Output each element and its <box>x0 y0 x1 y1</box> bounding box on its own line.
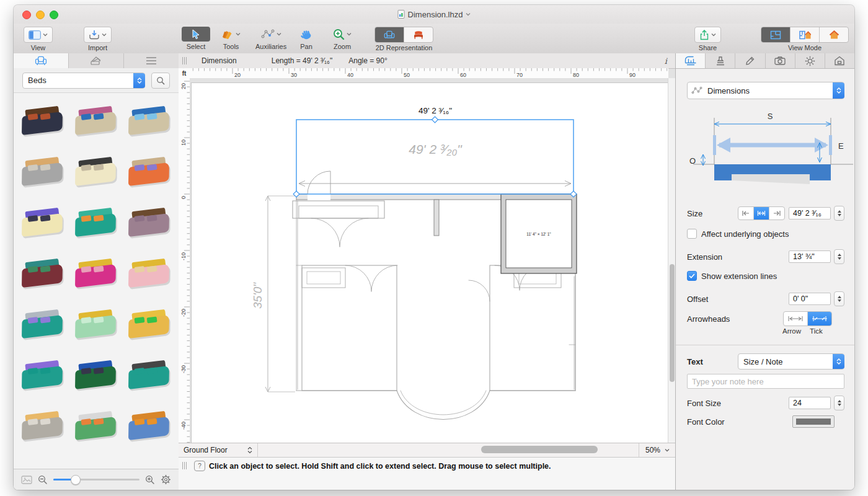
tab-notes[interactable] <box>735 53 765 68</box>
inspector-selector[interactable]: Dimensions <box>687 82 844 99</box>
armchair-icon <box>35 56 47 66</box>
arrowhead-arrow-label: Arrow <box>782 327 801 335</box>
bed-thumbnail[interactable] <box>126 410 172 445</box>
auxiliaries-button[interactable]: Auxiliaries <box>255 27 286 50</box>
bed-thumbnail[interactable] <box>20 258 66 293</box>
floor-selector[interactable]: Ground Floor <box>179 443 258 457</box>
tools-button[interactable]: Tools <box>217 27 245 50</box>
anchor-right-button[interactable] <box>769 207 784 219</box>
size-stepper[interactable] <box>834 206 844 221</box>
svg-text:60: 60 <box>460 72 466 78</box>
font-size-stepper[interactable] <box>834 396 844 410</box>
tab-materials[interactable] <box>706 53 735 68</box>
show-extension-checkbox[interactable] <box>687 271 697 281</box>
tab-light[interactable] <box>795 53 825 68</box>
category-select[interactable]: Beds <box>22 73 145 89</box>
tab-object-properties[interactable] <box>676 53 706 68</box>
tab-camera[interactable] <box>766 53 795 68</box>
bed-thumbnail[interactable] <box>126 360 172 394</box>
representation-3d-segment[interactable] <box>404 27 433 42</box>
zoom-out-icon[interactable] <box>38 475 48 485</box>
bed-thumbnail[interactable] <box>20 360 66 394</box>
size-field[interactable]: 49' 2 ³⁄₁₆ <box>789 207 831 219</box>
plan-viewport[interactable]: 11' 4" × 12' 1" 35'0" 49' 2 ³⁄₂₀" <box>190 78 668 443</box>
bed-thumbnail[interactable] <box>20 309 66 343</box>
chair-3d-icon <box>413 30 424 40</box>
dimension-diagram: S E O <box>676 104 854 197</box>
view-mode-2d-segment[interactable] <box>761 27 790 42</box>
view-mode-3d-segment[interactable] <box>820 27 848 42</box>
tab-furniture-library[interactable] <box>14 53 69 68</box>
font-size-field[interactable]: 24 <box>789 397 831 409</box>
bed-thumbnail[interactable] <box>73 410 119 445</box>
zoom-tool-button[interactable]: Zoom <box>329 27 356 50</box>
arrowhead-arrow-button[interactable] <box>784 312 808 326</box>
offset-field[interactable]: 0' 0" <box>789 293 831 305</box>
font-color-well[interactable] <box>792 415 835 428</box>
help-icon[interactable]: ? <box>194 461 205 471</box>
thumbnail-size-slider[interactable] <box>53 479 140 480</box>
note-input[interactable] <box>687 374 844 389</box>
tab-building[interactable] <box>825 53 854 68</box>
top-right-room[interactable]: 11' 4" × 12' 1" <box>501 194 577 273</box>
bed-thumbnail[interactable] <box>20 207 66 242</box>
affect-underlying-label: Affect underlying objects <box>701 229 789 239</box>
import-button[interactable]: Import <box>84 27 112 51</box>
titlebar: Dimension.lhzd <box>14 5 854 24</box>
floor-stepper-icon[interactable] <box>247 446 252 454</box>
horizontal-scrollbar[interactable] <box>258 443 639 457</box>
arrowhead-tick-button[interactable] <box>808 312 831 326</box>
anchor-both-button[interactable] <box>754 207 769 219</box>
title-chevron-icon[interactable] <box>466 12 471 16</box>
pencil-icon <box>745 56 755 66</box>
horizontal-scrollbar-thumb[interactable] <box>481 446 598 453</box>
view-mode-split-segment[interactable] <box>790 27 820 42</box>
bed-thumbnail[interactable] <box>20 156 66 191</box>
infobar-grip[interactable] <box>182 57 187 64</box>
library-footer <box>14 469 179 490</box>
wall-stub[interactable] <box>434 200 439 236</box>
bed-thumbnail[interactable] <box>126 207 172 242</box>
bed-thumbnail[interactable] <box>20 105 66 140</box>
extension-field[interactable]: 13' ¾" <box>789 250 831 263</box>
info-icon[interactable]: i <box>665 56 667 66</box>
statusbar-grip[interactable] <box>182 462 187 469</box>
font-color-label: Font Color <box>687 417 725 427</box>
tab-project-tree[interactable] <box>124 53 179 68</box>
svg-text:30: 30 <box>291 72 297 78</box>
text-mode-select[interactable]: Size / Note <box>738 353 844 370</box>
bed-thumbnail[interactable] <box>126 258 172 293</box>
representation-control: 2D Representation <box>374 27 433 51</box>
affect-underlying-checkbox[interactable] <box>687 229 697 239</box>
gear-icon[interactable] <box>161 474 171 485</box>
swatch-fan-icon <box>90 56 102 66</box>
bed-thumbnail[interactable] <box>73 105 119 140</box>
bed-thumbnail[interactable] <box>73 309 119 343</box>
bed-thumbnail[interactable] <box>73 207 119 242</box>
vertical-ruler: 20100-10-20-30-40 <box>179 78 190 443</box>
image-preview-icon[interactable] <box>21 476 32 484</box>
select-tool-button[interactable]: Select <box>182 27 210 50</box>
bed-thumbnail[interactable] <box>20 410 66 445</box>
tab-materials-library[interactable] <box>69 53 124 68</box>
share-button[interactable]: Share <box>694 27 721 51</box>
bed-thumbnail[interactable] <box>73 156 119 191</box>
bed-thumbnail[interactable] <box>126 105 172 140</box>
bed-thumbnail[interactable] <box>73 258 119 293</box>
magnifier-plus-icon <box>333 29 345 40</box>
bed-thumbnail[interactable] <box>126 156 172 191</box>
zoom-in-icon[interactable] <box>145 475 155 485</box>
pan-button[interactable]: Pan <box>296 27 317 50</box>
bed-thumbnail[interactable] <box>126 309 172 343</box>
select-chevrons-icon <box>133 73 145 88</box>
view-button[interactable]: View <box>24 27 53 51</box>
extension-stepper[interactable] <box>834 249 844 264</box>
search-button[interactable] <box>151 73 170 89</box>
vertical-scrollbar-thumb[interactable] <box>670 264 675 382</box>
representation-2d-segment[interactable] <box>375 27 404 42</box>
anchor-left-button[interactable] <box>738 207 754 219</box>
bed-thumbnail[interactable] <box>73 360 119 394</box>
zoom-level-menu[interactable]: 50% <box>639 443 676 457</box>
slider-knob[interactable] <box>71 475 81 485</box>
offset-stepper[interactable] <box>834 291 844 306</box>
